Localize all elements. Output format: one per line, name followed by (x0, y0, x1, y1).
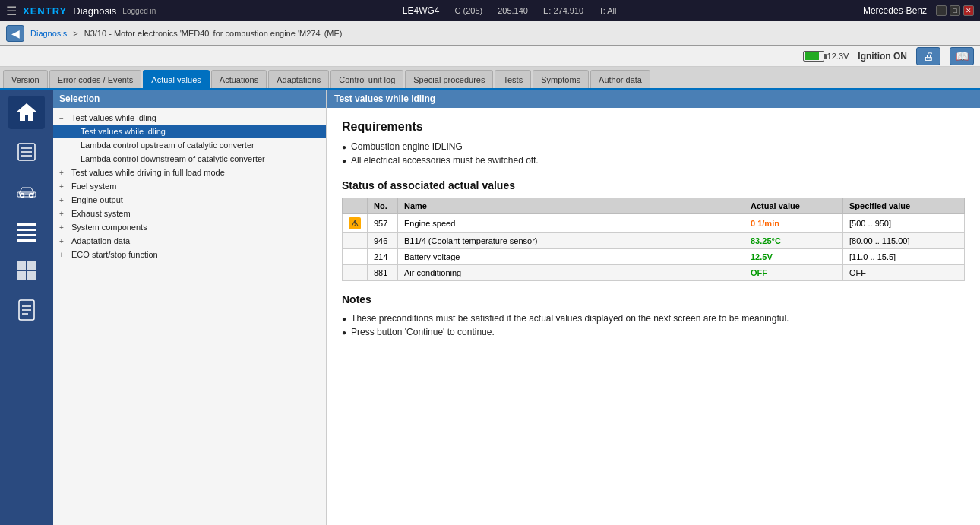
title-bar-center: LE4WG4 C (205) 205.140 E: 274.910 T: All (403, 5, 617, 16)
name-cell: Battery voltage (398, 249, 744, 265)
tree-item-fuel[interactable]: + Fuel system (53, 179, 326, 193)
minimize-button[interactable]: — (936, 5, 947, 16)
sidebar-report-icon[interactable] (8, 293, 45, 327)
actual-cell: OFF (744, 265, 843, 281)
actual-cell: 0 1/min (744, 214, 843, 233)
sidebar (0, 90, 53, 525)
actual-values-table: No. Name Actual value Specified value ⚠ … (342, 198, 965, 281)
warning-cell (343, 249, 368, 265)
tab-adaptations[interactable]: Adaptations (268, 70, 329, 88)
no-cell: 946 (368, 233, 398, 249)
tab-symptoms[interactable]: Symptoms (533, 70, 589, 88)
warning-icon: ⚠ (349, 217, 361, 229)
expand-icon: + (59, 182, 68, 191)
vehicle-id: LE4WG4 (403, 5, 440, 16)
sidebar-grid-icon[interactable] (8, 254, 45, 287)
table-row: 946 B11/4 (Coolant temperature sensor) 8… (343, 233, 965, 249)
title-bar-left: ☰ XENTRY Diagnosis Logged in (6, 4, 156, 18)
requirements-heading: Requirements (342, 120, 965, 134)
tab-actual-values[interactable]: Actual values (143, 70, 209, 88)
col-header-specified: Specified value (843, 198, 965, 214)
note-item-2: Press button 'Continue' to continue. (342, 325, 965, 339)
code-t: T: All (599, 6, 616, 15)
status-heading: Status of associated actual values (342, 179, 965, 191)
sidebar-car-icon[interactable] (8, 175, 45, 208)
name-cell: B11/4 (Coolant temperature sensor) (398, 233, 744, 249)
specified-cell: OFF (843, 265, 965, 281)
content-panel: Test values while idling Requirements Co… (327, 90, 980, 525)
content-title-bar: Test values while idling (327, 90, 980, 108)
svg-rect-14 (27, 271, 36, 280)
warning-cell (343, 265, 368, 281)
tab-error-codes[interactable]: Error codes / Events (49, 70, 142, 88)
expand-icon: − (59, 114, 68, 122)
app-name: Diagnosis (73, 5, 116, 17)
table-row: 881 Air conditioning OFF OFF (343, 265, 965, 281)
tree-item-eco[interactable]: + ECO start/stop function (53, 248, 326, 261)
tree-item-twi-sub1[interactable]: Test values while idling (53, 125, 326, 138)
tree-item-twi-root[interactable]: − Test values while idling (53, 111, 326, 125)
title-bar-right: Mercedes-Benz — □ ✕ (863, 5, 974, 16)
svg-rect-7 (17, 223, 36, 226)
content-title: Test values while idling (334, 93, 435, 104)
code-205: 205.140 (498, 6, 528, 15)
tab-actuations[interactable]: Actuations (211, 70, 267, 88)
breadcrumb-diagnosis[interactable]: Diagnosis (30, 29, 67, 38)
actual-cell: 83.25°C (744, 233, 843, 249)
note-item-1: These preconditions must be satisfied if… (342, 312, 965, 325)
expand-icon: + (59, 251, 68, 259)
svg-rect-8 (17, 229, 36, 231)
col-header-actual: Actual value (744, 198, 843, 214)
sidebar-list-icon[interactable] (8, 214, 45, 248)
notes-list: These preconditions must be satisfied if… (342, 312, 965, 339)
tabs-bar: Version Error codes / Events Actual valu… (0, 67, 980, 90)
no-cell: 957 (368, 214, 398, 233)
top-nav: ◀ Diagnosis > N3/10 - Motor electronics … (0, 21, 980, 46)
no-cell: 881 (368, 265, 398, 281)
tab-control-unit-log[interactable]: Control unit log (330, 70, 403, 88)
tab-author-data[interactable]: Author data (590, 70, 650, 88)
selection-list: − Test values while idling Test values w… (53, 108, 326, 525)
close-button[interactable]: ✕ (963, 5, 974, 16)
battery-icon (803, 51, 824, 62)
help-button[interactable]: 📖 (950, 47, 974, 65)
code-c: C (205) (455, 6, 483, 15)
breadcrumb-path: N3/10 - Motor electronics 'MED40' for co… (84, 29, 343, 38)
actual-cell: 12.5V (744, 249, 843, 265)
col-header-warning (343, 198, 368, 214)
brand-name: XENTRY (23, 5, 67, 17)
title-bar: ☰ XENTRY Diagnosis Logged in LE4WG4 C (2… (0, 0, 980, 21)
tab-tests[interactable]: Tests (495, 70, 531, 88)
ignition-status: Ignition ON (858, 51, 907, 62)
tab-special-procedures[interactable]: Special procedures (405, 70, 493, 88)
sidebar-home-icon[interactable] (8, 96, 45, 129)
sidebar-checklist-icon[interactable] (8, 135, 45, 169)
selection-header: Selection (53, 90, 326, 108)
selection-panel: Selection − Test values while idling Tes… (53, 90, 327, 525)
tree-item-engine[interactable]: + Engine output (53, 193, 326, 207)
back-button[interactable]: ◀ (6, 25, 24, 42)
svg-rect-11 (17, 261, 26, 270)
tree-item-twi-sub2[interactable]: Lambda control upstream of catalytic con… (53, 138, 326, 152)
hamburger-icon[interactable]: ☰ (6, 4, 17, 18)
battery-voltage: 12.3V (827, 52, 849, 61)
specified-cell: [500 .. 950] (843, 214, 965, 233)
requirement-item-1: Combustion engine IDLING (342, 140, 965, 153)
warning-cell: ⚠ (343, 214, 368, 233)
tab-version[interactable]: Version (3, 70, 48, 88)
window-controls: — □ ✕ (936, 5, 974, 16)
name-cell: Air conditioning (398, 265, 744, 281)
restore-button[interactable]: □ (950, 5, 960, 16)
tree-item-adaptation[interactable]: + Adaptation data (53, 234, 326, 248)
tree-item-twi-sub3[interactable]: Lambda control downstream of catalytic c… (53, 152, 326, 166)
tree-item-tvd[interactable]: + Test values while driving in full load… (53, 166, 326, 179)
tree-item-system[interactable]: + System components (53, 220, 326, 234)
expand-icon: + (59, 237, 68, 245)
tree-item-exhaust[interactable]: + Exhaust system (53, 207, 326, 220)
content-body: Requirements Combustion engine IDLING Al… (327, 108, 980, 525)
code-e: E: 274.910 (543, 6, 583, 15)
main-area: Selection − Test values while idling Tes… (0, 90, 980, 525)
print-button[interactable]: 🖨 (916, 47, 940, 65)
breadcrumb-separator: > (73, 29, 77, 38)
svg-rect-10 (17, 239, 36, 242)
